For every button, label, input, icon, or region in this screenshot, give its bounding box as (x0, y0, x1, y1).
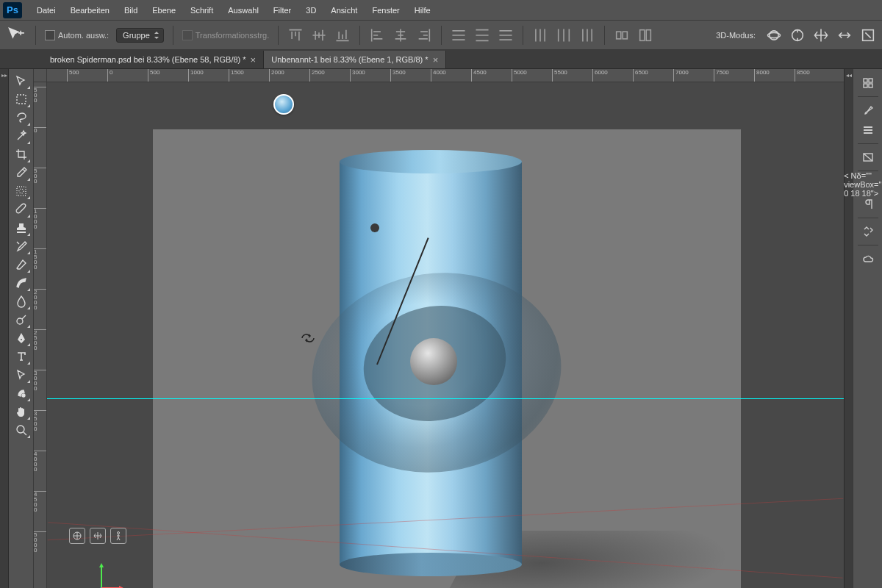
auto-select-option[interactable]: Autom. ausw.: (45, 30, 109, 40)
menu-layer[interactable]: Ebene (145, 3, 183, 18)
svg-rect-3 (646, 29, 650, 40)
menu-3d[interactable]: 3D (298, 3, 323, 18)
tool-presets-icon[interactable] (857, 222, 879, 241)
3d-orbit-icon[interactable] (766, 27, 782, 43)
menu-edit[interactable]: Bearbeiten (63, 3, 117, 18)
auto-select-label: Autom. ausw.: (58, 31, 109, 40)
zoom-tool[interactable] (11, 421, 32, 439)
align-vcenter-icon[interactable] (311, 27, 327, 43)
guide-horizontal[interactable] (47, 398, 844, 399)
character-panel-icon[interactable]: < Nδ="" viewBox="0 0 18 18">A (857, 175, 879, 194)
crop-tool[interactable] (11, 146, 32, 163)
3d-scale-icon[interactable] (860, 27, 876, 43)
tab-label: Unbenannt-1 bei 8.33% (Ebene 1, RGB/8) * (271, 55, 428, 64)
3d-slide-icon[interactable] (836, 27, 853, 43)
gradient-tool[interactable] (11, 274, 32, 292)
checkbox-icon[interactable] (182, 30, 193, 40)
tab-document-2[interactable]: Unbenannt-1 bei 8.33% (Ebene 1, RGB/8) *… (264, 51, 446, 68)
cylinder-top-cap (340, 150, 522, 173)
frame-tool[interactable] (11, 182, 32, 200)
3d-walk-icon[interactable] (110, 528, 126, 544)
canvas-stage[interactable] (47, 82, 844, 588)
close-icon[interactable]: × (433, 55, 439, 65)
menu-view[interactable]: Ansicht (323, 3, 365, 18)
menu-window[interactable]: Fenster (365, 3, 406, 18)
separator (441, 26, 442, 45)
shape-tool[interactable] (11, 384, 32, 402)
hand-tool[interactable] (11, 403, 32, 420)
distribute-bottom-icon[interactable] (498, 27, 514, 43)
expand-panel-left[interactable]: ▸▸ (0, 69, 9, 588)
svg-rect-1 (623, 32, 627, 39)
distribute-left-icon[interactable] (532, 27, 548, 43)
brush-settings-panel-icon[interactable] (857, 121, 879, 140)
ruler-vertical[interactable]: 5000500100015002000250030003500400045005… (34, 82, 47, 588)
brush-tool[interactable] (11, 201, 32, 218)
align-left-icon[interactable] (369, 27, 385, 43)
creative-cloud-icon[interactable] (857, 249, 879, 268)
3d-gizmo-knob[interactable] (370, 223, 379, 232)
menu-type[interactable]: Schrift (183, 3, 220, 18)
tools-panel (9, 69, 34, 588)
transform-label: Transformationsstrg. (196, 31, 269, 40)
ruler-origin[interactable] (34, 69, 47, 82)
dodge-tool[interactable] (11, 311, 32, 329)
3d-light-marker[interactable] (273, 94, 294, 115)
3d-home-icon[interactable] (69, 528, 85, 544)
magic-wand-tool[interactable] (11, 127, 32, 145)
lasso-tool[interactable] (11, 109, 32, 126)
menu-select[interactable]: Auswahl (220, 3, 266, 18)
menu-file[interactable]: Datei (29, 3, 63, 18)
move-tool[interactable] (11, 72, 32, 90)
align-bottom-icon[interactable] (334, 27, 351, 43)
paragraph-panel-icon[interactable] (857, 195, 879, 214)
tab-document-1[interactable]: broken Spiderman.psd bei 8.33% (Ebene 58… (43, 51, 264, 68)
auto-select-dropdown[interactable]: Gruppe (116, 28, 164, 43)
history-panel-icon[interactable] (857, 74, 879, 93)
separator (359, 26, 360, 45)
svg-rect-24 (869, 84, 872, 87)
right-panels: < Nδ="" viewBox="0 0 18 18">A (853, 69, 882, 588)
distribute-hcenter-icon[interactable] (556, 27, 572, 43)
adjustments-panel-icon[interactable] (857, 148, 879, 167)
type-tool[interactable] (11, 348, 32, 365)
close-icon[interactable]: × (251, 55, 257, 65)
align-right-icon[interactable] (416, 27, 432, 43)
menu-filter[interactable]: Filter (266, 3, 298, 18)
svg-rect-2 (640, 29, 645, 40)
svg-rect-9 (17, 187, 26, 196)
marquee-tool[interactable] (11, 90, 32, 108)
align-top-icon[interactable] (287, 27, 304, 43)
blur-tool[interactable] (11, 293, 32, 310)
history-brush-tool[interactable] (11, 237, 32, 255)
3d-gizmo-center[interactable] (410, 338, 457, 385)
active-tool-icon[interactable] (6, 27, 26, 43)
separator (604, 26, 605, 45)
ruler-horizontal[interactable]: 0500050010001500200025003000350040004500… (47, 69, 844, 82)
rotate-cursor-icon (300, 332, 316, 346)
3d-pan-icon[interactable] (90, 528, 106, 544)
eyedropper-tool[interactable] (11, 164, 32, 182)
checkbox-icon[interactable] (45, 30, 55, 40)
transform-controls-option[interactable]: Transformationsstrg. (182, 30, 269, 40)
eraser-tool[interactable] (11, 256, 32, 273)
3d-pan-icon[interactable] (813, 27, 829, 43)
stamp-tool[interactable] (11, 219, 32, 237)
brushes-panel-icon[interactable] (857, 101, 879, 120)
expand-panel-right[interactable]: ◂◂ (844, 69, 853, 588)
auto-blend-icon[interactable] (637, 27, 653, 43)
app-logo: Ps (3, 2, 22, 18)
3d-axis-widget[interactable] (88, 557, 125, 588)
distribute-top-icon[interactable] (451, 27, 467, 43)
menu-help[interactable]: Hilfe (407, 3, 438, 18)
align-hcenter-icon[interactable] (392, 27, 409, 43)
separator (35, 26, 36, 45)
auto-align-icon[interactable] (614, 27, 630, 43)
menu-image[interactable]: Bild (117, 3, 145, 18)
pen-tool[interactable] (11, 329, 32, 347)
distribute-vcenter-icon[interactable] (474, 27, 490, 43)
3d-roll-icon[interactable] (789, 27, 806, 43)
workspace: ▸▸ 0500050010001500200025003000350040004… (0, 69, 882, 588)
distribute-right-icon[interactable] (579, 27, 595, 43)
path-select-tool[interactable] (11, 366, 32, 384)
